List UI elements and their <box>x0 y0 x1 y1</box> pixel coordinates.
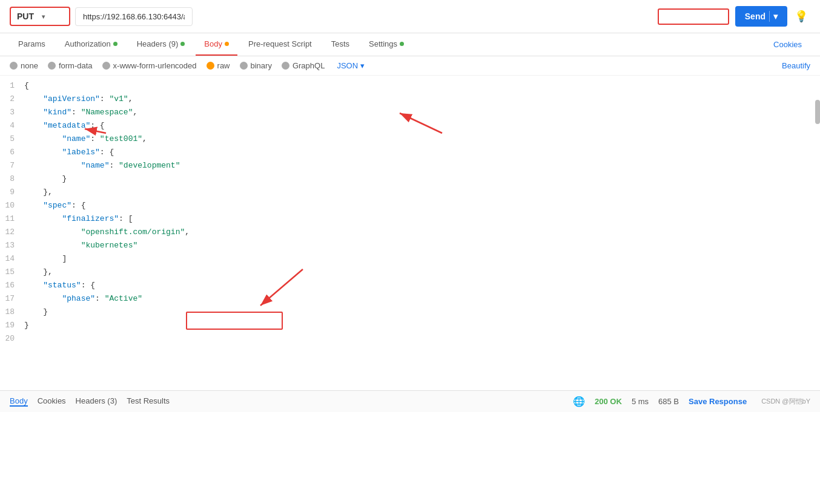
send-label: Send <box>745 11 765 21</box>
option-raw[interactable]: raw <box>207 61 230 70</box>
line-number: 16 <box>0 281 24 290</box>
line-content: "metadata": { <box>24 121 820 130</box>
resp-tab-body[interactable]: Body <box>10 396 28 407</box>
line-content: "status": { <box>24 281 820 290</box>
line-content: "apiVersion": "v1", <box>24 94 820 103</box>
line-number: 12 <box>0 227 24 237</box>
option-graphql[interactable]: GraphQL <box>282 61 325 70</box>
json-dropdown[interactable]: JSON ▾ <box>337 61 365 70</box>
code-line: 17 "phase": "Active" <box>0 293 820 307</box>
line-number: 2 <box>0 94 24 103</box>
line-number: 6 <box>0 148 24 157</box>
code-line: 18 } <box>0 307 820 320</box>
line-content: "labels": { <box>24 148 820 157</box>
line-number: 20 <box>0 334 24 343</box>
option-urlencoded[interactable]: x-www-form-urlencoded <box>102 61 197 70</box>
globe-icon: 🌐 <box>573 396 585 407</box>
code-line: 12 "openshift.com/origin", <box>0 227 820 240</box>
option-binary[interactable]: binary <box>240 61 272 70</box>
send-chevron-icon: ▾ <box>773 11 778 21</box>
none-label: none <box>21 61 38 70</box>
line-content: "spec": { <box>24 201 820 210</box>
line-content: } <box>24 174 820 183</box>
watermark: CSDN @阿恺bY <box>761 397 810 406</box>
code-line: 8 } <box>0 174 820 187</box>
line-number: 1 <box>0 81 24 90</box>
line-number: 5 <box>0 134 24 143</box>
tab-settings[interactable]: Settings <box>360 33 412 56</box>
form-data-label: form-data <box>59 61 93 70</box>
request-tabs: Params Authorization Headers (9) Body Pr… <box>0 33 820 56</box>
code-line: 7 "name": "development" <box>0 160 820 174</box>
method-chevron-icon: ▾ <box>42 13 63 20</box>
scrollbar-thumb <box>815 100 820 124</box>
send-divider <box>769 11 770 22</box>
raw-label: raw <box>217 61 230 70</box>
cookies-link[interactable]: Cookies <box>765 34 810 55</box>
line-number: 17 <box>0 294 24 303</box>
line-number: 3 <box>0 108 24 117</box>
line-content: ] <box>24 254 820 263</box>
url-input[interactable] <box>75 7 193 26</box>
status-bar: Body Cookies Headers (3) Test Results 🌐 … <box>0 390 820 412</box>
lightbulb-button[interactable]: 💡 <box>792 7 810 25</box>
tab-authorization-label: Authorization <box>65 39 111 48</box>
url-test001-highlight <box>658 8 729 25</box>
tab-params[interactable]: Params <box>10 33 54 56</box>
tab-tests-label: Tests <box>331 39 349 48</box>
code-line: 3 "kind": "Namespace", <box>0 107 820 120</box>
line-number: 11 <box>0 214 24 223</box>
tab-body[interactable]: Body <box>196 33 237 56</box>
tab-headers-label: Headers (9) <box>137 39 179 48</box>
form-data-radio <box>48 62 56 70</box>
option-form-data[interactable]: form-data <box>48 61 93 70</box>
method-select[interactable]: PUT ▾ <box>10 7 70 26</box>
json-label: JSON <box>337 61 358 70</box>
code-line: 1{ <box>0 80 820 94</box>
line-content: "name": "development" <box>24 161 820 170</box>
headers-dot <box>180 42 185 46</box>
tab-pre-request[interactable]: Pre-request Script <box>240 33 320 56</box>
status-ok: 200 OK <box>595 397 622 406</box>
line-number: 10 <box>0 201 24 210</box>
line-content: "kind": "Namespace", <box>24 108 820 117</box>
body-dot <box>225 42 229 46</box>
line-content: "openshift.com/origin", <box>24 227 820 237</box>
resp-tab-headers[interactable]: Headers (3) <box>76 396 117 407</box>
tab-authorization[interactable]: Authorization <box>56 33 126 56</box>
none-radio <box>10 62 18 70</box>
response-tabs: Body Cookies Headers (3) Test Results <box>10 396 170 407</box>
response-size: 685 B <box>658 397 679 406</box>
code-line: 6 "labels": { <box>0 147 820 160</box>
option-none[interactable]: none <box>10 61 38 70</box>
line-content: } <box>24 321 820 330</box>
line-content: "kubernetes" <box>24 241 820 250</box>
code-line: 16 "status": { <box>0 280 820 293</box>
code-editor-wrapper: 1{2 "apiVersion": "v1",3 "kind": "Namesp… <box>0 76 820 390</box>
tab-params-label: Params <box>18 39 45 48</box>
status-info: 🌐 200 OK 5 ms 685 B Save Response CSDN @… <box>573 396 810 407</box>
resp-tab-cookies[interactable]: Cookies <box>38 396 66 407</box>
resp-tab-test-results[interactable]: Test Results <box>127 396 170 407</box>
code-editor[interactable]: 1{2 "apiVersion": "v1",3 "kind": "Namesp… <box>0 76 820 390</box>
method-label: PUT <box>17 11 38 21</box>
tab-tests[interactable]: Tests <box>323 33 358 56</box>
line-content: }, <box>24 188 820 197</box>
line-content: "finalizers": [ <box>24 214 820 223</box>
code-line: 2 "apiVersion": "v1", <box>0 94 820 107</box>
response-time: 5 ms <box>632 397 649 406</box>
graphql-radio <box>282 62 289 70</box>
code-line: 10 "spec": { <box>0 200 820 214</box>
line-number: 18 <box>0 307 24 316</box>
send-button[interactable]: Send ▾ <box>735 6 787 27</box>
line-number: 13 <box>0 241 24 250</box>
url-input-wrapper <box>75 7 730 26</box>
toolbar: PUT ▾ Send ▾ 💡 <box>0 0 820 33</box>
code-line: 20 <box>0 333 820 347</box>
code-line: 14 ] <box>0 254 820 267</box>
tab-headers[interactable]: Headers (9) <box>128 33 194 56</box>
save-response-button[interactable]: Save Response <box>689 397 747 406</box>
code-line: 9 }, <box>0 187 820 200</box>
beautify-button[interactable]: Beautify <box>782 61 810 70</box>
tab-pre-request-label: Pre-request Script <box>248 39 312 48</box>
